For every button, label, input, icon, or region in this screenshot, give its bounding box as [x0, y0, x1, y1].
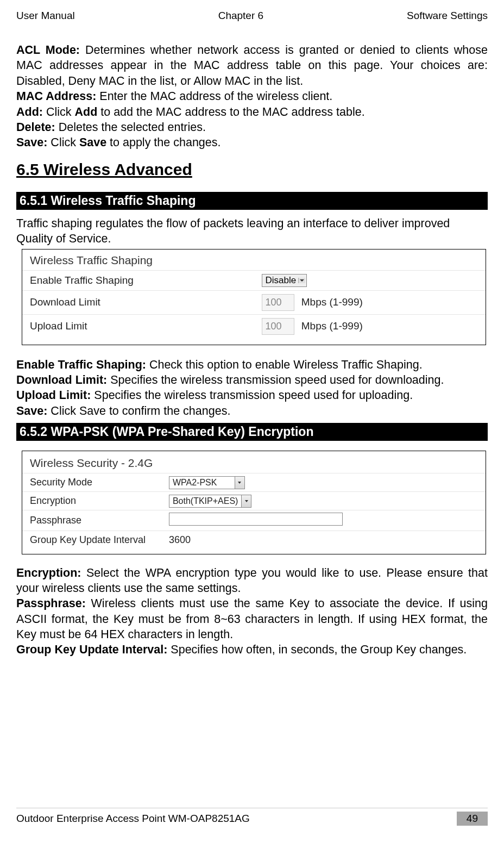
save-ts-text: Click Save to confirm the changes.: [47, 404, 230, 417]
definitions-block-1: ACL Mode: Determines whether network acc…: [16, 42, 488, 151]
enable-traffic-label: Enable Traffic Shaping: [22, 270, 254, 290]
enable-traffic-value: Disable: [266, 275, 297, 286]
chevron-down-icon: [298, 278, 305, 283]
download-limit-label: Download Limit: [22, 290, 254, 314]
ul-limit-text: Specifies the wireless transmission spee…: [91, 389, 413, 402]
upload-limit-input[interactable]: 100: [262, 318, 294, 335]
table-row: Group Key Update Interval 3600: [22, 531, 486, 550]
table-row: Passphrase: [22, 510, 486, 531]
traffic-shaping-panel: Wireless Traffic Shaping Enable Traffic …: [22, 249, 486, 345]
download-limit-unit: Mbps (1-999): [301, 296, 363, 308]
add-text-pre: Click: [43, 105, 75, 118]
chevron-down-icon: [241, 495, 251, 507]
security-mode-select[interactable]: WPA2-PSK: [169, 476, 245, 489]
dl-limit-label: Download Limit:: [16, 373, 107, 386]
security-mode-label: Security Mode: [22, 473, 161, 492]
enable-ts-text: Check this option to enable Wireless Tra…: [146, 358, 423, 371]
footer-product: Outdoor Enterprise Access Point WM-OAP82…: [16, 813, 250, 825]
subsection-6-5-1-header: 6.5.1 Wireless Traffic Shaping: [16, 192, 488, 210]
traffic-shaping-table: Enable Traffic Shaping Disable Download …: [22, 270, 486, 338]
page-header: User Manual Chapter 6 Software Settings: [16, 10, 488, 22]
security-mode-value: WPA2-PSK: [169, 477, 235, 489]
dl-limit-text: Specifies the wireless transmission spee…: [107, 373, 444, 386]
traffic-shaping-panel-title: Wireless Traffic Shaping: [22, 253, 486, 270]
add-bold: Add: [74, 105, 97, 118]
passphrase-label: Passphrase: [22, 510, 161, 531]
encryption-select[interactable]: Both(TKIP+AES): [169, 495, 252, 508]
download-limit-input[interactable]: 100: [262, 294, 294, 311]
acl-mode-label: ACL Mode:: [16, 43, 80, 57]
page-footer: Outdoor Enterprise Access Point WM-OAP82…: [16, 808, 488, 826]
table-row: Enable Traffic Shaping Disable: [22, 270, 486, 290]
ul-limit-label: Upload Limit:: [16, 389, 91, 402]
encryption-desc-text: Select the WPA encryption type you would…: [16, 566, 488, 595]
save-text-pre: Click: [47, 136, 79, 149]
table-row: Security Mode WPA2-PSK: [22, 473, 486, 492]
traffic-shaping-intro: Traffic shaping regulates the flow of pa…: [16, 216, 488, 247]
upload-limit-label: Upload Limit: [22, 314, 254, 338]
save-bold: Save: [79, 136, 106, 149]
table-row: Upload Limit 100 Mbps (1-999): [22, 314, 486, 338]
enable-ts-label: Enable Traffic Shaping:: [16, 358, 146, 371]
group-key-value: 3600: [169, 534, 191, 545]
group-key-label: Group Key Update Interval: [22, 531, 161, 550]
header-center: Chapter 6: [218, 10, 263, 22]
add-text-post: to add the MAC address to the MAC addres…: [97, 105, 364, 118]
delete-text: Deletes the selected entries.: [55, 121, 206, 134]
traffic-shaping-descriptions: Enable Traffic Shaping: Check this optio…: [16, 357, 488, 419]
gki-desc-text: Specifies how often, in seconds, the Gro…: [167, 643, 467, 656]
wireless-security-panel: Wireless Security - 2.4G Security Mode W…: [22, 451, 486, 554]
header-left: User Manual: [16, 10, 75, 22]
save-text-post: to apply the changes.: [106, 136, 220, 149]
mac-address-text: Enter the MAC address of the wireless cl…: [96, 90, 332, 103]
wireless-security-table: Security Mode WPA2-PSK Encryption Both(T…: [22, 473, 486, 550]
save-ts-label: Save:: [16, 404, 47, 417]
chevron-down-icon: [235, 477, 244, 489]
footer-page-number: 49: [457, 812, 488, 826]
section-6-5-title: 6.5 Wireless Advanced: [16, 160, 488, 179]
subsection-6-5-2-header: 6.5.2 WPA-PSK (WPA Pre-Shared Key) Encry…: [16, 423, 488, 441]
wireless-security-title: Wireless Security - 2.4G: [22, 456, 486, 473]
header-right: Software Settings: [407, 10, 488, 22]
table-row: Encryption Both(TKIP+AES): [22, 492, 486, 510]
passphrase-desc-label: Passphrase:: [16, 597, 86, 610]
upload-limit-unit: Mbps (1-999): [301, 320, 363, 332]
add-label: Add:: [16, 105, 43, 118]
encryption-label: Encryption: [22, 492, 161, 510]
delete-label: Delete:: [16, 121, 55, 134]
encryption-desc-label: Encryption:: [16, 566, 81, 579]
mac-address-label: MAC Address:: [16, 90, 96, 103]
save-label: Save:: [16, 136, 47, 149]
passphrase-input[interactable]: [169, 513, 343, 526]
enable-traffic-select[interactable]: Disable: [262, 274, 307, 287]
passphrase-desc-text: Wireless clients must use the same Key t…: [16, 597, 488, 641]
acl-mode-text: Determines whether network access is gra…: [16, 43, 488, 88]
table-row: Download Limit 100 Mbps (1-999): [22, 290, 486, 314]
encryption-value: Both(TKIP+AES): [169, 495, 242, 507]
security-descriptions: Encryption: Select the WPA encryption ty…: [16, 565, 488, 658]
gki-desc-label: Group Key Update Interval:: [16, 643, 167, 656]
